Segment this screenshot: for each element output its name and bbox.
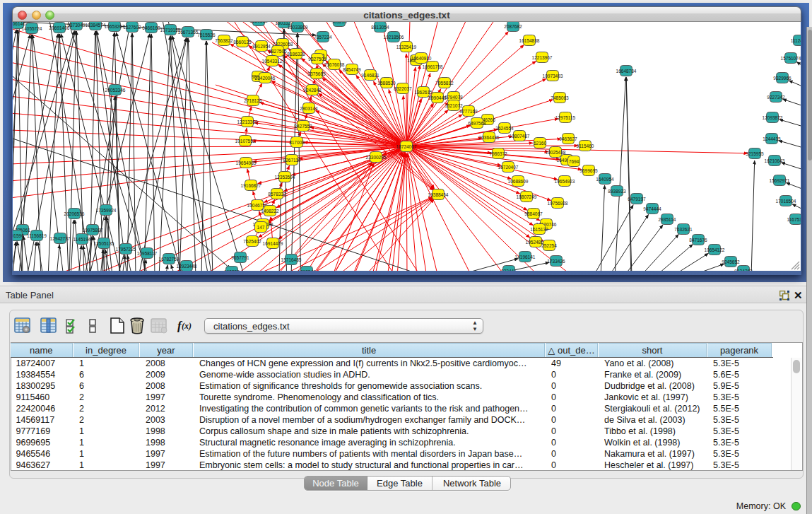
svg-text:2087682: 2087682 xyxy=(504,24,522,29)
svg-text:12975115: 12975115 xyxy=(555,115,576,120)
svg-text:8471676: 8471676 xyxy=(689,238,707,243)
svg-text:10025438: 10025438 xyxy=(546,150,566,155)
svg-text:9777169: 9777169 xyxy=(459,109,478,114)
svg-text:18807249: 18807249 xyxy=(517,194,537,199)
svg-text:18384574: 18384574 xyxy=(86,23,106,28)
svg-text:6479197: 6479197 xyxy=(628,197,646,201)
svg-text:6497568: 6497568 xyxy=(468,121,486,126)
svg-text:1167533: 1167533 xyxy=(787,217,801,222)
svg-text:8813054: 8813054 xyxy=(371,25,389,30)
svg-text:10688609: 10688609 xyxy=(508,179,529,184)
svg-text:17016504: 17016504 xyxy=(776,199,796,204)
svg-text:10807487: 10807487 xyxy=(510,134,530,139)
svg-text:16640910: 16640910 xyxy=(411,56,432,61)
svg-text:7485063: 7485063 xyxy=(551,95,569,100)
svg-text:9827505: 9827505 xyxy=(269,49,287,54)
svg-text:12353594: 12353594 xyxy=(275,175,295,180)
svg-text:8267110: 8267110 xyxy=(283,158,301,163)
svg-text:14055724: 14055724 xyxy=(22,26,42,31)
svg-text:16154838: 16154838 xyxy=(519,38,540,43)
svg-text:9699695: 9699695 xyxy=(579,168,598,173)
svg-text:9327505: 9327505 xyxy=(308,57,326,62)
svg-text:1650632: 1650632 xyxy=(249,22,268,23)
svg-text:17359924: 17359924 xyxy=(96,208,117,213)
svg-text:11325419: 11325419 xyxy=(396,45,417,49)
svg-text:11156819: 11156819 xyxy=(27,233,47,238)
svg-text:1640954: 1640954 xyxy=(596,177,614,182)
svg-text:12942737: 12942737 xyxy=(50,236,71,241)
svg-text:962828: 962828 xyxy=(224,269,240,271)
svg-text:16210643: 16210643 xyxy=(765,158,785,163)
svg-text:1527602: 1527602 xyxy=(123,25,141,30)
svg-text:23420046: 23420046 xyxy=(255,76,276,81)
svg-text:9463627: 9463627 xyxy=(559,136,577,141)
svg-text:16914479: 16914479 xyxy=(263,241,283,246)
svg-text:10653267: 10653267 xyxy=(105,24,125,29)
svg-text:16961758: 16961758 xyxy=(423,64,443,69)
svg-text:9134762: 9134762 xyxy=(734,269,753,271)
svg-text:2935114: 2935114 xyxy=(659,217,676,222)
svg-text:20364436: 20364436 xyxy=(479,135,500,140)
svg-text:19218506: 19218506 xyxy=(384,35,404,40)
svg-text:9373049: 9373049 xyxy=(67,23,86,28)
svg-text:19654923: 19654923 xyxy=(555,179,575,184)
svg-text:8578332: 8578332 xyxy=(268,192,286,197)
svg-text:1292346: 1292346 xyxy=(298,269,316,271)
svg-text:1615132: 1615132 xyxy=(530,227,548,232)
svg-text:7632621: 7632621 xyxy=(674,227,693,232)
svg-text:19388454: 19388454 xyxy=(428,192,449,197)
svg-text:7357224: 7357224 xyxy=(314,35,332,40)
svg-text:9657791: 9657791 xyxy=(231,255,249,260)
svg-text:19975887: 19975887 xyxy=(83,228,103,233)
svg-text:7515526: 7515526 xyxy=(197,33,216,37)
svg-text:6466160: 6466160 xyxy=(142,25,160,30)
svg-text:9884067: 9884067 xyxy=(524,211,543,216)
svg-text:14196141: 14196141 xyxy=(515,255,536,259)
svg-text:9329966: 9329966 xyxy=(773,76,792,81)
svg-text:3375685: 3375685 xyxy=(307,71,326,76)
svg-text:15692971: 15692971 xyxy=(770,178,790,183)
svg-text:9227342: 9227342 xyxy=(767,95,785,100)
svg-text:20053346: 20053346 xyxy=(105,88,126,93)
svg-text:17957225: 17957225 xyxy=(116,247,136,252)
svg-text:1621072: 1621072 xyxy=(445,103,463,108)
svg-text:3624554: 3624554 xyxy=(495,126,514,131)
svg-text:12213369: 12213369 xyxy=(237,119,258,124)
svg-text:10107552: 10107552 xyxy=(235,139,256,144)
svg-text:1112438: 1112438 xyxy=(791,38,801,43)
svg-text:8912954: 8912954 xyxy=(252,44,271,49)
svg-text:15716485: 15716485 xyxy=(281,257,302,262)
svg-text:6794078: 6794078 xyxy=(445,95,463,100)
svg-text:8186328: 8186328 xyxy=(287,52,305,57)
svg-text:9245652: 9245652 xyxy=(722,259,740,264)
svg-text:(x): (x) xyxy=(182,321,192,331)
svg-text:10973493: 10973493 xyxy=(543,74,563,78)
svg-text:391590: 391590 xyxy=(13,233,24,238)
svg-text:8938923: 8938923 xyxy=(608,189,626,194)
svg-text:8454749: 8454749 xyxy=(343,67,361,72)
svg-text:10958117: 10958117 xyxy=(137,251,158,256)
svg-text:7986372: 7986372 xyxy=(489,151,507,156)
svg-text:19654985: 19654985 xyxy=(236,160,257,165)
svg-text:12505135: 12505135 xyxy=(94,241,114,246)
svg-text:2718126: 2718126 xyxy=(244,98,262,103)
svg-text:9242848: 9242848 xyxy=(303,88,322,93)
svg-text:18724007: 18724007 xyxy=(396,144,417,149)
svg-text:903216: 903216 xyxy=(331,22,347,24)
svg-text:12093872: 12093872 xyxy=(763,115,783,120)
svg-text:16782759: 16782759 xyxy=(159,257,180,262)
svg-text:252254: 252254 xyxy=(541,243,557,248)
svg-text:1244415: 1244415 xyxy=(763,136,781,141)
svg-text:1588520: 1588520 xyxy=(377,81,396,86)
svg-text:16033809: 16033809 xyxy=(288,25,308,30)
svg-text:20206536: 20206536 xyxy=(64,211,85,216)
svg-text:15720407: 15720407 xyxy=(498,165,519,170)
svg-text:16671355: 16671355 xyxy=(178,30,199,35)
svg-text:2803144: 2803144 xyxy=(300,106,318,111)
svg-text:8322037: 8322037 xyxy=(394,86,412,91)
svg-text:23676038: 23676038 xyxy=(324,62,345,67)
svg-text:8990448: 8990448 xyxy=(428,95,447,100)
svg-text:16648784: 16648784 xyxy=(616,69,637,74)
svg-text:147: 147 xyxy=(257,225,265,230)
svg-text:62160: 62160 xyxy=(534,141,546,146)
